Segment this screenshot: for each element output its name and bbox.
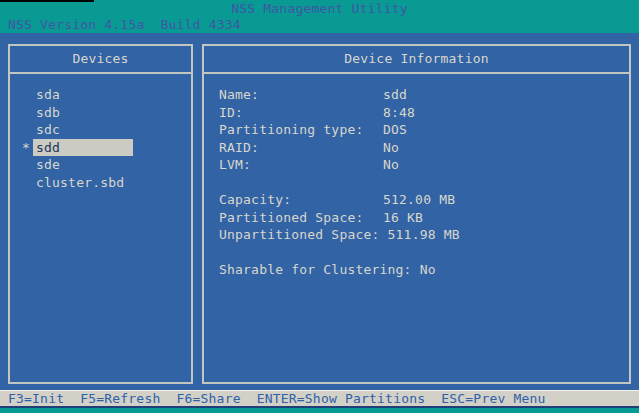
- hotkey-enter-show-partitions[interactable]: ENTER=Show Partitions: [257, 390, 426, 408]
- info-row-lvm: LVM: No: [204, 156, 629, 174]
- device-item-label: sdd: [33, 139, 133, 157]
- blank-row: [204, 174, 629, 192]
- version-text: NSS Version 4.15a Build 4334: [0, 17, 639, 33]
- command-bar: F3=Init F5=Refresh F6=Share ENTER=Show P…: [0, 390, 639, 408]
- info-row-unpartitioned-space: Unpartitioned Space: 511.98 MB: [204, 226, 629, 244]
- hotkey-esc-prev-menu[interactable]: ESC=Prev Menu: [441, 390, 545, 408]
- info-panel-title: Device Information: [344, 50, 488, 68]
- device-item-cluster-sbd[interactable]: cluster.sbd: [10, 174, 191, 192]
- hotkey-f6-share[interactable]: F6=Share: [176, 390, 240, 408]
- info-label: Unpartitioned Space:: [219, 226, 380, 244]
- info-label: ID:: [219, 104, 375, 122]
- hotkey-f3-init[interactable]: F3=Init: [8, 390, 64, 408]
- info-row-sharable-for-clustering: Sharable for Clustering: No: [204, 261, 629, 279]
- info-row-raid: RAID: No: [204, 139, 629, 157]
- info-value: sdd: [375, 86, 407, 104]
- selected-marker-slot: [22, 86, 36, 104]
- devices-panel-title: Devices: [72, 50, 128, 68]
- device-item-sde[interactable]: sde: [10, 156, 191, 174]
- top-edge-artifact: [0, 0, 94, 2]
- info-label: Capacity:: [219, 191, 375, 209]
- info-value: 16 KB: [375, 209, 423, 227]
- info-row-capacity: Capacity: 512.00 MB: [204, 191, 629, 209]
- device-item-label: cluster.sbd: [36, 174, 124, 192]
- selected-marker-slot: [22, 156, 36, 174]
- hotkey-f5-refresh[interactable]: F5=Refresh: [80, 390, 160, 408]
- device-item-sdb[interactable]: sdb: [10, 104, 191, 122]
- device-item-label: sdc: [36, 121, 60, 139]
- info-label: LVM:: [219, 156, 375, 174]
- nssmu-screen: NSS Management Utility NSS Version 4.15a…: [0, 0, 639, 413]
- info-value: No: [375, 139, 399, 157]
- info-label: Partitioning type:: [219, 121, 375, 139]
- device-item-label: sdb: [36, 104, 60, 122]
- info-row-partitioned-space: Partitioned Space: 16 KB: [204, 209, 629, 227]
- info-panel-header: Device Information: [204, 46, 629, 74]
- info-label: Sharable for Clustering:: [219, 261, 412, 279]
- app-title: NSS Management Utility: [0, 0, 639, 17]
- info-value: 511.98 MB: [380, 226, 460, 244]
- info-value: 8:48: [375, 104, 415, 122]
- info-panel-body: Name: sdd ID: 8:48 Partitioning type: DO…: [204, 74, 629, 279]
- info-row-id: ID: 8:48: [204, 104, 629, 122]
- device-list: sda sdb sdc * sdd sde cluster.sbd: [10, 74, 191, 191]
- info-value: No: [375, 156, 399, 174]
- info-value: 512.00 MB: [375, 191, 455, 209]
- info-value: No: [412, 261, 436, 279]
- devices-panel: Devices sda sdb sdc * sdd sde: [8, 44, 193, 384]
- devices-panel-header: Devices: [10, 46, 191, 74]
- info-row-partitioning-type: Partitioning type: DOS: [204, 121, 629, 139]
- info-label: Partitioned Space:: [219, 209, 375, 227]
- selected-marker-slot: [22, 121, 36, 139]
- info-panel: Device Information Name: sdd ID: 8:48 Pa…: [202, 44, 631, 384]
- info-row-name: Name: sdd: [204, 86, 629, 104]
- device-item-label: sde: [36, 156, 60, 174]
- title-bar: NSS Management Utility NSS Version 4.15a…: [0, 0, 639, 33]
- selected-marker-slot: [22, 174, 36, 192]
- device-item-label: sda: [36, 86, 60, 104]
- info-value: DOS: [375, 121, 407, 139]
- info-label: Name:: [219, 86, 375, 104]
- selected-marker-slot: [22, 104, 36, 122]
- device-item-sdc[interactable]: sdc: [10, 121, 191, 139]
- info-label: RAID:: [219, 139, 375, 157]
- device-item-sda[interactable]: sda: [10, 86, 191, 104]
- bottom-edge-strip: [0, 408, 639, 413]
- device-item-sdd[interactable]: * sdd: [10, 139, 191, 157]
- blank-row: [204, 244, 629, 262]
